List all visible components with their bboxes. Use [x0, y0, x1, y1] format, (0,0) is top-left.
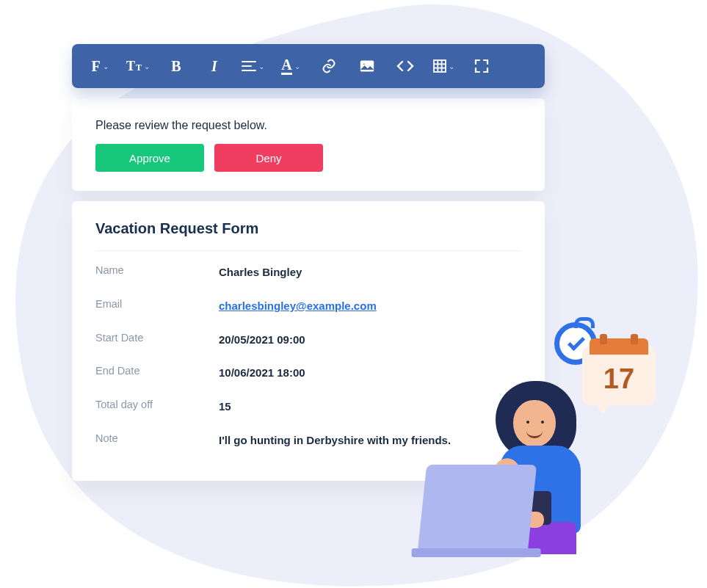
- form-title: Vacation Request Form: [95, 220, 521, 251]
- decorative-illustration: 17: [399, 316, 663, 551]
- bold-button[interactable]: B: [160, 50, 192, 82]
- insert-link-button[interactable]: [313, 50, 345, 82]
- review-prompt: Please review the request below.: [95, 119, 521, 132]
- field-value: Charles Bingley: [219, 264, 521, 280]
- approve-button[interactable]: Approve: [95, 144, 204, 172]
- svg-point-4: [363, 63, 365, 65]
- deny-button[interactable]: Deny: [214, 144, 323, 172]
- field-label: Name: [95, 264, 219, 280]
- richtext-toolbar: F⌄ TT⌄ B I ⌄ A⌄ ⌄: [72, 44, 545, 88]
- review-panel: Please review the request below. Approve…: [72, 98, 545, 191]
- calendar-icon: 17: [582, 346, 663, 405]
- field-value: charlesbingley@example.com: [219, 298, 521, 314]
- insert-table-menu[interactable]: ⌄: [427, 50, 460, 82]
- email-link[interactable]: charlesbingley@example.com: [219, 300, 377, 312]
- field-label: End Date: [95, 365, 219, 381]
- fullscreen-button[interactable]: [465, 50, 498, 82]
- field-label: Email: [95, 298, 219, 314]
- insert-image-button[interactable]: [351, 50, 383, 82]
- calendar-day-number: 17: [582, 363, 656, 395]
- field-label: Start Date: [95, 332, 219, 348]
- italic-button[interactable]: I: [198, 50, 231, 82]
- code-view-button[interactable]: [389, 50, 421, 82]
- font-size-menu[interactable]: TT⌄: [122, 50, 154, 82]
- svg-rect-5: [434, 60, 446, 72]
- font-family-menu[interactable]: F⌄: [84, 50, 116, 82]
- field-label: Total day off: [95, 399, 219, 415]
- text-color-menu[interactable]: A⌄: [275, 50, 307, 82]
- align-menu[interactable]: ⌄: [236, 50, 269, 82]
- field-label: Note: [95, 432, 219, 449]
- svg-rect-3: [360, 61, 374, 72]
- field-row-name: Name Charles Bingley: [95, 255, 521, 289]
- person-illustration: [443, 375, 590, 551]
